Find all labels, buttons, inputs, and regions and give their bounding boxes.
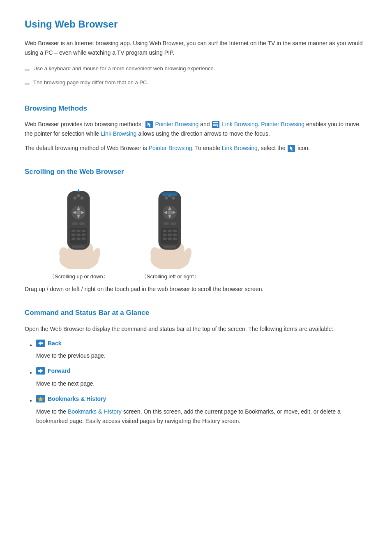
scrolling-images: 〈Scrolling up or down〉 bbox=[49, 187, 367, 281]
back-description: Move to the previous page. bbox=[36, 351, 367, 361]
link-browsing-link-3: Link Browsing bbox=[222, 145, 258, 151]
forward-label: Forward bbox=[48, 366, 70, 375]
bookmarks-description: Move to the Bookmarks & History screen. … bbox=[36, 407, 367, 426]
bookmarks-icon bbox=[36, 395, 45, 402]
back-icon bbox=[36, 340, 45, 347]
svg-point-24 bbox=[76, 210, 81, 215]
page-container: Using Web Browser Web Browser is an Inte… bbox=[0, 0, 392, 449]
svg-rect-67 bbox=[173, 238, 177, 240]
svg-rect-31 bbox=[71, 234, 76, 236]
scroll-updown-caption: 〈Scrolling up or down〉 bbox=[49, 273, 108, 281]
pointer-icon-inline bbox=[288, 145, 295, 152]
list-item-bookmarks: Bookmarks & History Move to the Bookmark… bbox=[36, 394, 367, 426]
svg-rect-59 bbox=[163, 230, 167, 232]
bookmarks-history-link: Bookmarks & History bbox=[68, 408, 122, 415]
note-text-1: Use a keyboard and mouse for a more conv… bbox=[33, 65, 215, 73]
svg-rect-36 bbox=[82, 238, 86, 240]
scroll-figure-updown: 〈Scrolling up or down〉 bbox=[49, 187, 108, 281]
svg-rect-32 bbox=[76, 234, 81, 236]
svg-rect-61 bbox=[173, 230, 177, 232]
command-items-list: Back Move to the previous page. Forward … bbox=[25, 339, 367, 426]
svg-rect-3 bbox=[213, 122, 218, 123]
forward-description: Move to the next page. bbox=[36, 379, 367, 388]
browsing-methods-para2: The default browsing method of Web Brows… bbox=[25, 143, 367, 153]
note-item-1: ✏ Use a keyboard and mouse for a more co… bbox=[25, 65, 367, 76]
list-item-forward: Forward Move to the next page. bbox=[36, 366, 367, 388]
svg-rect-64 bbox=[173, 234, 177, 236]
svg-rect-4 bbox=[213, 124, 218, 125]
browsing-methods-para1: Web Browser provides two browsing method… bbox=[25, 120, 367, 139]
pencil-icon-2: ✏ bbox=[25, 79, 30, 90]
svg-rect-28 bbox=[71, 230, 76, 232]
svg-rect-56 bbox=[164, 222, 169, 225]
scroll-figure-leftright: 〈Scrolling left or right〉 bbox=[141, 187, 199, 281]
pointer-browsing-link-1: Pointer Browsing bbox=[155, 121, 198, 127]
svg-rect-37 bbox=[72, 246, 85, 248]
svg-point-55 bbox=[168, 210, 172, 215]
svg-marker-38 bbox=[77, 189, 80, 192]
svg-rect-5 bbox=[213, 125, 217, 126]
remote-leftright-svg bbox=[143, 187, 197, 269]
scrolling-section: Scrolling on the Web Browser bbox=[25, 166, 367, 294]
back-title: Back bbox=[36, 339, 61, 348]
command-status-intro: Open the Web Browser to display the comm… bbox=[25, 324, 367, 334]
svg-point-18 bbox=[77, 194, 80, 198]
svg-rect-34 bbox=[71, 238, 76, 240]
svg-rect-62 bbox=[163, 234, 167, 236]
svg-rect-60 bbox=[168, 230, 172, 232]
svg-rect-65 bbox=[163, 238, 167, 240]
svg-point-16 bbox=[74, 197, 77, 200]
svg-rect-26 bbox=[79, 222, 85, 225]
back-label: Back bbox=[48, 339, 61, 348]
bookmarks-label: Bookmarks & History bbox=[48, 394, 106, 403]
svg-rect-57 bbox=[171, 222, 176, 225]
svg-point-46 bbox=[165, 197, 168, 200]
intro-text: Web Browser is an Internet browsing app.… bbox=[25, 39, 367, 58]
link-browsing-link-2: Link Browsing bbox=[101, 130, 136, 137]
browsing-methods-section: Browsing Methods Web Browser provides tw… bbox=[25, 103, 367, 153]
command-status-title: Command and Status Bar at a Glance bbox=[25, 307, 367, 318]
browsing-methods-title: Browsing Methods bbox=[25, 103, 367, 114]
scrolling-title: Scrolling on the Web Browser bbox=[25, 166, 367, 177]
svg-rect-66 bbox=[168, 238, 172, 240]
scroll-drag-text: Drag up / down or left / right on the to… bbox=[25, 284, 367, 294]
link-browsing-link-1: Link Browsing bbox=[222, 121, 258, 127]
link-browsing-icon bbox=[212, 121, 219, 128]
note-text-2: The browsing page may differ from that o… bbox=[33, 79, 148, 87]
svg-rect-29 bbox=[76, 230, 81, 232]
pointer-browsing-link-2: Pointer Browsing bbox=[261, 121, 304, 127]
svg-rect-30 bbox=[82, 230, 86, 232]
note-item-2: ✏ The browsing page may differ from that… bbox=[25, 79, 367, 90]
scroll-leftright-caption: 〈Scrolling left or right〉 bbox=[141, 273, 199, 281]
svg-point-17 bbox=[81, 197, 84, 200]
svg-rect-63 bbox=[168, 234, 172, 236]
svg-rect-68 bbox=[164, 246, 176, 248]
command-status-section: Command and Status Bar at a Glance Open … bbox=[25, 307, 367, 426]
pencil-icon-1: ✏ bbox=[25, 65, 30, 76]
forward-title: Forward bbox=[36, 366, 70, 375]
remote-updown-svg bbox=[52, 187, 106, 269]
svg-rect-35 bbox=[76, 238, 81, 240]
svg-rect-49 bbox=[162, 193, 178, 196]
svg-rect-25 bbox=[72, 222, 78, 225]
bookmarks-title: Bookmarks & History bbox=[36, 394, 106, 403]
forward-icon bbox=[36, 367, 45, 375]
svg-rect-33 bbox=[82, 234, 86, 236]
list-item-back: Back Move to the previous page. bbox=[36, 339, 367, 361]
main-title: Using Web Browser bbox=[25, 16, 367, 32]
pointer-browsing-link-3: Pointer Browsing bbox=[149, 145, 192, 151]
pointer-browsing-icon bbox=[145, 121, 153, 128]
svg-point-47 bbox=[172, 197, 175, 200]
